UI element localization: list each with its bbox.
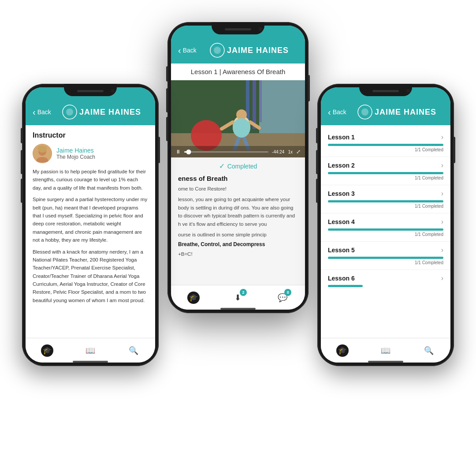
lesson-item-5[interactable]: Lesson 5 › 1/1 Completed xyxy=(321,242,450,270)
center-nav-courses[interactable]: 🎓 xyxy=(187,292,200,304)
instructor-name: Jaime Haines xyxy=(56,147,95,154)
lesson-5-progress xyxy=(328,257,443,259)
left-power-button xyxy=(158,137,160,163)
left-camera xyxy=(111,89,115,93)
left-bottom-nav: 🎓 📖 🔍 xyxy=(26,338,155,363)
right-speaker xyxy=(372,90,399,92)
svg-rect-4 xyxy=(259,80,305,133)
left-nav-courses[interactable]: 🎓 xyxy=(41,344,53,357)
left-moon-icon xyxy=(62,104,78,120)
download-badge: 2 xyxy=(240,289,247,296)
instructor-subtitle: The Mojo Coach xyxy=(56,154,95,160)
right-mute-button xyxy=(316,128,318,143)
center-screen-inner: Back JAIME HAINES Lesson 1 | Awareness O… xyxy=(171,26,305,310)
center-back-button[interactable]: Back xyxy=(178,45,197,56)
lesson-2-label: 1/1 Completed xyxy=(328,176,443,180)
lesson-5-name: Lesson 5 xyxy=(328,247,355,254)
content-body1: lesson, you are going to get acquainte w… xyxy=(178,195,298,228)
right-lesson-list-container: Lesson 1 › 1/1 Completed Lesson 2 › xyxy=(321,125,450,338)
left-nav-search[interactable]: 🔍 xyxy=(127,344,140,357)
left-back-button[interactable]: Back xyxy=(33,107,51,117)
phones-container: Back JAIME HAINES Lesson 1 | Awareness O… xyxy=(0,0,476,460)
left-screen-inner: Back JAIME HAINES Instructor xyxy=(26,87,155,363)
right-home-indicator xyxy=(368,361,403,363)
right-phone: Back JAIME HAINES xyxy=(317,84,454,366)
left-app-content: Instructor xyxy=(26,125,155,338)
avatar-image xyxy=(33,144,52,163)
completed-badge: ✓ Completed xyxy=(171,157,305,175)
right-brand-text: JAIME HAINES xyxy=(375,108,436,117)
center-nav-message-wrapper: 💬 0 xyxy=(276,292,289,304)
svg-point-19 xyxy=(66,108,73,116)
lesson-title: Lesson 1 | Awareness Of Breath xyxy=(191,68,286,75)
center-brand-text: JAIME HAINES xyxy=(227,46,289,55)
lesson-4-header: Lesson 4 › xyxy=(328,218,443,226)
right-logo: JAIME HAINES xyxy=(350,104,443,120)
video-speed[interactable]: 1x xyxy=(288,150,293,154)
right-back-label: Back xyxy=(333,108,346,116)
right-nav-courses[interactable]: 🎓 xyxy=(336,344,349,357)
video-controls[interactable]: ⏸ -44:24 1x ⤢ xyxy=(171,146,305,157)
lesson-6-chevron: › xyxy=(441,274,443,282)
right-volume-up xyxy=(316,150,318,174)
video-time: -44:24 xyxy=(272,150,284,154)
right-camera xyxy=(406,89,410,93)
lesson-3-label: 1/1 Completed xyxy=(328,204,443,209)
lesson-title-bar: Lesson 1 | Awareness Of Breath xyxy=(171,64,305,80)
instructor-title: Instructor xyxy=(33,131,148,139)
lesson-1-header: Lesson 1 › xyxy=(328,133,443,141)
lesson-item-2[interactable]: Lesson 2 › 1/1 Completed xyxy=(321,157,450,185)
instructor-section: Instructor xyxy=(26,125,155,314)
left-screen: Back JAIME HAINES Instructor xyxy=(26,87,155,363)
left-speaker xyxy=(77,90,104,92)
right-power-button xyxy=(454,137,455,163)
svg-point-2 xyxy=(214,47,221,54)
left-back-label: Back xyxy=(37,108,51,116)
instructor-profile: Jaime Haines The Mojo Coach xyxy=(33,144,148,163)
lesson-3-progress xyxy=(328,200,443,202)
lesson-2-chevron: › xyxy=(441,161,443,169)
bio-text-1: My passion is to help people find gratit… xyxy=(33,168,148,192)
center-back-label: Back xyxy=(183,47,197,54)
svg-point-16 xyxy=(233,118,250,138)
content-intro: ome to Core Restore! xyxy=(178,185,298,193)
left-brand-text: JAIME HAINES xyxy=(79,108,141,117)
right-volume-down xyxy=(316,179,318,203)
lesson-item-3[interactable]: Lesson 3 › 1/1 Completed xyxy=(321,185,450,213)
content-body2: ourse is outlined in some simple princip xyxy=(178,231,298,239)
content-formula: +B=C! xyxy=(178,250,298,258)
left-logo: JAIME HAINES xyxy=(55,104,148,120)
video-progress[interactable] xyxy=(184,151,268,153)
lesson-item-6[interactable]: Lesson 6 › xyxy=(321,270,450,291)
video-player[interactable]: ⏸ -44:24 1x ⤢ xyxy=(171,80,305,157)
lesson-2-name: Lesson 2 xyxy=(328,162,355,169)
instructor-info: Jaime Haines The Mojo Coach xyxy=(56,147,95,160)
check-icon: ✓ xyxy=(219,162,225,170)
fullscreen-button[interactable]: ⤢ xyxy=(296,149,301,155)
left-volume-down xyxy=(21,179,22,203)
lesson-item-4[interactable]: Lesson 4 › 1/1 Completed xyxy=(321,213,450,242)
lesson-4-name: Lesson 4 xyxy=(328,218,355,225)
lesson-6-name: Lesson 6 xyxy=(328,275,355,282)
right-app-header: Back JAIME HAINES xyxy=(321,87,450,125)
content-bold: Breathe, Control, and Decompress xyxy=(178,241,298,247)
left-nav-book[interactable]: 📖 xyxy=(84,344,97,357)
right-screen-inner: Back JAIME HAINES xyxy=(321,87,450,363)
lesson-4-label: 1/1 Completed xyxy=(328,232,443,237)
center-logo: JAIME HAINES xyxy=(200,42,298,58)
right-nav-book[interactable]: 📖 xyxy=(379,344,392,357)
volume-down-button xyxy=(166,117,168,141)
lesson-1-chevron: › xyxy=(441,133,443,141)
lesson-3-chevron: › xyxy=(441,190,443,198)
lesson-2-progress xyxy=(328,172,443,174)
center-screen: Back JAIME HAINES Lesson 1 | Awareness O… xyxy=(171,26,305,310)
instructor-avatar xyxy=(33,144,52,163)
center-app-header: Back JAIME HAINES xyxy=(171,26,305,64)
svg-rect-7 xyxy=(259,80,262,122)
right-back-button[interactable]: Back xyxy=(328,107,346,117)
lesson-3-header: Lesson 3 › xyxy=(328,190,443,198)
right-nav-search[interactable]: 🔍 xyxy=(423,344,435,357)
play-button[interactable]: ⏸ xyxy=(175,149,181,155)
left-mute-button xyxy=(21,128,22,143)
lesson-item-1[interactable]: Lesson 1 › 1/1 Completed xyxy=(321,129,450,157)
